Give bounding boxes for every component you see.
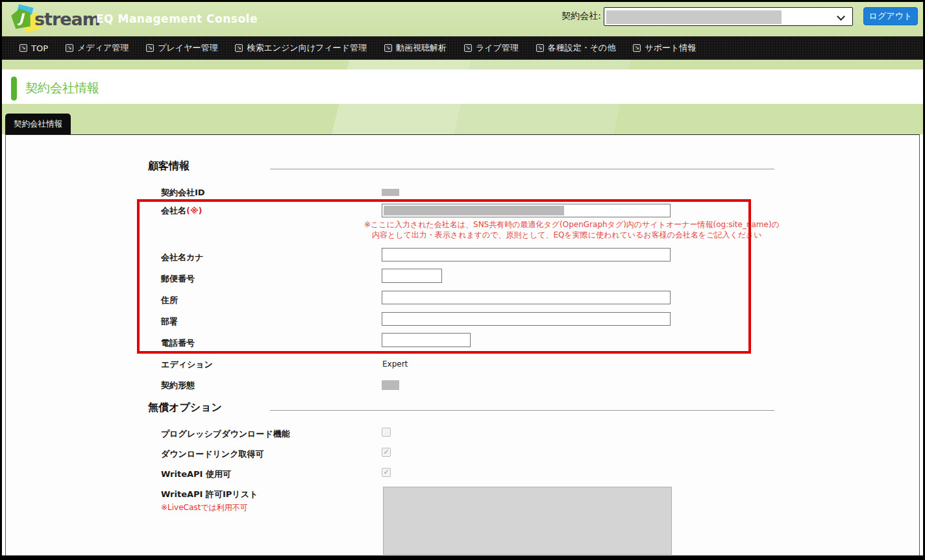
progressive-download-checkbox[interactable]: ✓: [382, 428, 391, 437]
nav-item-seo-feed[interactable]: ↘ 検索エンジン向けフィード管理: [235, 42, 366, 54]
progressive-download-label: プログレッシブダウンロード機能: [161, 428, 290, 440]
title-accent-bar: [11, 77, 17, 101]
nav-item-label: プレイヤー管理: [158, 42, 217, 54]
company-name-note-line2: 内容として出力・表示されますので、原則として、EQを実際に使われているお客様の会…: [364, 230, 780, 240]
address-label: 住所: [161, 295, 178, 306]
page-frame: J stream EQ Management Console 契約会社: ログア…: [2, 2, 923, 555]
company-select[interactable]: [604, 7, 853, 26]
main-nav: ↘ TOP ↘ メディア管理 ↘ プレイヤー管理 ↘ 検索エンジン向けフィード管…: [2, 36, 923, 60]
menu-link-icon: ↘: [633, 44, 641, 52]
redacted-company-name-value: [384, 206, 564, 215]
writeapi-enabled-checkbox[interactable]: ✓: [382, 468, 391, 477]
department-label: 部署: [161, 316, 178, 328]
phone-input[interactable]: [382, 333, 471, 347]
menu-link-icon: ↘: [235, 44, 243, 52]
edition-value: Expert: [382, 359, 408, 369]
postal-code-input[interactable]: [382, 269, 442, 283]
contract-type-label: 契約形態: [161, 380, 195, 391]
nav-item-player[interactable]: ↘ プレイヤー管理: [146, 42, 217, 54]
nav-item-settings[interactable]: ↘ 各種設定・その他: [536, 42, 616, 54]
nav-item-label: 動画視聴解析: [396, 42, 447, 54]
company-name-note-line1: ※ここに入力された会社名は、SNS共有時の最適化タグ(OpenGraphタグ)内…: [364, 219, 780, 230]
app-header: J stream EQ Management Console 契約会社: ログア…: [2, 2, 923, 36]
writeapi-enabled-label: WriteAPI 使用可: [161, 469, 231, 480]
menu-link-icon: ↘: [19, 44, 27, 52]
nav-item-label: 各種設定・その他: [548, 42, 616, 54]
nav-item-label: 検索エンジン向けフィード管理: [247, 42, 366, 54]
chevron-down-icon: [837, 12, 845, 21]
address-input[interactable]: [382, 291, 671, 304]
postal-code-label: 郵便番号: [161, 273, 195, 285]
nav-item-media[interactable]: ↘ メディア管理: [66, 42, 129, 54]
redacted-company-name: [606, 10, 782, 24]
logo-wordmark: stream: [34, 9, 100, 29]
writeapi-ip-list-note: ※LiveCastでは利用不可: [161, 502, 248, 513]
logout-button[interactable]: ログアウト: [863, 7, 918, 25]
jstream-logo: J stream: [7, 4, 92, 34]
company-id-label: 契約会社ID: [161, 187, 205, 199]
nav-item-analytics[interactable]: ↘ 動画視聴解析: [384, 42, 447, 54]
writeapi-ip-list-label: WriteAPI 許可IPリスト: [161, 489, 258, 500]
nav-item-live[interactable]: ↘ ライブ管理: [464, 42, 519, 54]
edition-label: エディション: [161, 359, 213, 371]
content-panel: 顧客情報 契約会社ID 会社名(※) ※ここに入力された会社名は、SNS共有時の…: [5, 134, 920, 555]
company-name-note: ※ここに入力された会社名は、SNS共有時の最適化タグ(OpenGraphタグ)内…: [364, 219, 780, 240]
section-divider: [270, 410, 774, 411]
menu-link-icon: ↘: [146, 44, 154, 52]
download-link-checkbox[interactable]: ✓: [382, 448, 391, 457]
menu-link-icon: ↘: [464, 44, 472, 52]
download-link-label: ダウンロードリンク取得可: [161, 448, 264, 460]
department-input[interactable]: [382, 312, 671, 326]
redacted-company-id: [382, 189, 399, 196]
required-mark: (※): [186, 206, 203, 215]
nav-item-label: TOP: [31, 43, 48, 53]
nav-item-label: ライブ管理: [476, 42, 519, 54]
nav-item-support[interactable]: ↘ サポート情報: [633, 42, 696, 54]
logo-j: J: [19, 10, 23, 26]
redacted-contract-type: [382, 380, 399, 390]
section-title-customer-info: 顧客情報: [148, 160, 190, 173]
menu-link-icon: ↘: [536, 44, 544, 52]
company-select-label: 契約会社:: [561, 10, 601, 22]
tab-contract-company-info[interactable]: 契約会社情報: [5, 114, 71, 134]
company-name-label: 会社名(※): [161, 205, 203, 217]
page-title: 契約会社情報: [25, 80, 99, 97]
nav-item-top[interactable]: ↘ TOP: [19, 43, 48, 53]
phone-label: 電話番号: [161, 337, 195, 349]
menu-link-icon: ↘: [384, 44, 392, 52]
section-title-free-options: 無償オプション: [148, 401, 222, 415]
writeapi-ip-list-textarea-redacted[interactable]: [383, 487, 672, 555]
section-divider: [270, 169, 774, 169]
company-kana-label: 会社名カナ: [161, 252, 204, 263]
menu-link-icon: ↘: [66, 44, 73, 52]
company-kana-input[interactable]: [382, 248, 671, 262]
company-name-label-text: 会社名: [161, 206, 186, 215]
header-controls: 契約会社: ログアウト: [561, 6, 918, 26]
checkmark-icon: ✓: [382, 448, 390, 456]
nav-item-label: サポート情報: [645, 42, 696, 54]
nav-item-label: メディア管理: [77, 42, 129, 54]
checkmark-icon: ✓: [382, 469, 390, 476]
page-title-bar: 契約会社情報: [2, 69, 923, 104]
app-title: EQ Management Console: [96, 12, 258, 25]
